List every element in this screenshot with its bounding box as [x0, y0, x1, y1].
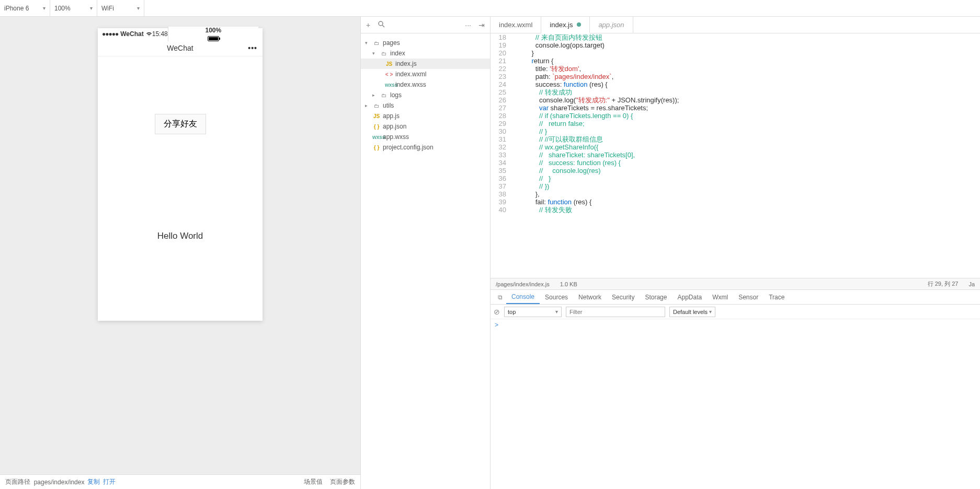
devtab-network[interactable]: Network	[573, 290, 607, 304]
cursor-pos: 行 29, 列 27	[928, 280, 959, 288]
file-tree[interactable]: ▾🗀pages ▾🗀index JSindex.js < >index.wxml…	[361, 33, 491, 489]
file-index-wxss[interactable]: wxssindex.wxss	[361, 79, 490, 90]
svg-point-0	[379, 21, 383, 26]
devtab-sensor[interactable]: Sensor	[733, 290, 764, 304]
wxml-icon: < >	[385, 72, 393, 77]
chevron-down-icon: ▾	[137, 5, 140, 11]
chevron-down-icon: ▾	[43, 5, 45, 11]
tab-index-js[interactable]: index.js	[541, 17, 590, 33]
filter-input[interactable]	[566, 307, 665, 317]
network-select[interactable]: WiFi▾	[97, 0, 144, 16]
battery-label: 100%	[206, 27, 222, 34]
console-toolbar: ⊘ top▾ Default levels ▾	[491, 305, 980, 319]
js-icon: JS	[385, 61, 393, 67]
file-size: 1.0 KB	[560, 281, 577, 287]
tab-app-json[interactable]: app.json	[590, 17, 633, 33]
copy-link[interactable]: 复制	[87, 478, 100, 486]
code-editor[interactable]: 1819202122232425262728293031323334353637…	[491, 33, 980, 489]
hello-text: Hello World	[157, 231, 203, 241]
folder-logs[interactable]: ▸🗀logs	[361, 90, 490, 100]
json-icon: { }	[372, 124, 381, 130]
devtab-console[interactable]: Console	[506, 290, 540, 304]
add-file-icon[interactable]: +	[366, 21, 370, 29]
devtools-panel: ⧉ Console Sources Network Security Stora…	[491, 289, 980, 489]
file-pane-header: + ··· ⇥	[361, 17, 491, 33]
carrier-label: WeChat	[120, 30, 143, 38]
editor-tabs-row: + ··· ⇥ index.wxml index.js app.json	[361, 17, 980, 33]
devtab-appdata[interactable]: AppData	[672, 290, 707, 304]
folder-pages[interactable]: ▾🗀pages	[361, 38, 490, 48]
devtab-security[interactable]: Security	[607, 290, 640, 304]
clear-console-icon[interactable]: ⊘	[494, 308, 500, 316]
page-params-button[interactable]: 页面参数	[330, 478, 355, 486]
editor-tabs: index.wxml index.js app.json	[491, 17, 980, 33]
open-link[interactable]: 打开	[103, 478, 116, 486]
nav-menu-icon[interactable]: •••	[248, 44, 257, 52]
folder-icon: 🗀	[380, 92, 388, 98]
phone-frame: ●●●●● WeChat 15:48 100% WeChat •••	[98, 28, 263, 321]
page-path-label: 页面路径	[5, 478, 30, 486]
file-app-wxss[interactable]: wxssapp.wxss	[361, 132, 490, 142]
file-app-js[interactable]: JSapp.js	[361, 111, 490, 121]
devtab-sources[interactable]: Sources	[540, 290, 573, 304]
nav-title: WeChat	[167, 44, 193, 52]
line-gutter: 1819202122232425262728293031323334353637…	[491, 33, 516, 278]
simulator-toolbar: iPhone 6▾ 100%▾ WiFi▾	[0, 0, 980, 17]
code-lines[interactable]: // 来自页面内转发按钮 console.log(ops.target) } r…	[524, 33, 980, 278]
file-project-config[interactable]: { }project.config.json	[361, 142, 490, 153]
devtab-trace[interactable]: Trace	[764, 290, 790, 304]
scene-button[interactable]: 场景值	[304, 478, 323, 486]
devtab-wxml[interactable]: Wxml	[707, 290, 733, 304]
js-icon: JS	[372, 113, 381, 119]
json-icon: { }	[372, 145, 381, 150]
more-icon[interactable]: ···	[465, 21, 471, 29]
phone-body: 分享好友 Hello World	[98, 56, 263, 321]
collapse-tree-icon[interactable]: ⇥	[478, 21, 485, 29]
phone-nav-bar: WeChat •••	[98, 40, 263, 56]
simulator-footer: 页面路径 pages/index/index 复制 打开 场景值 页面参数	[0, 474, 360, 489]
device-select[interactable]: iPhone 6▾	[0, 0, 50, 16]
context-select[interactable]: top▾	[504, 307, 562, 317]
chevron-down-icon: ▾	[90, 5, 93, 11]
signal-icon: ●●●●●	[102, 30, 118, 38]
console-body[interactable]: >	[491, 319, 980, 489]
tab-index-wxml[interactable]: index.wxml	[491, 17, 541, 33]
lang-label: Ja	[968, 281, 975, 287]
wxss-icon: wxss	[372, 134, 381, 140]
file-path: /pages/index/index.js	[496, 281, 550, 287]
file-app-json[interactable]: { }app.json	[361, 121, 490, 132]
console-prompt: >	[495, 321, 498, 329]
search-icon[interactable]	[378, 20, 385, 29]
folder-icon: 🗀	[372, 40, 381, 46]
folder-icon: 🗀	[372, 103, 381, 109]
page-path-value: pages/index/index	[34, 479, 85, 486]
time-label: 15:48	[152, 30, 168, 38]
wifi-icon	[146, 31, 152, 37]
wxss-icon: wxss	[385, 82, 393, 88]
devtab-storage[interactable]: Storage	[640, 290, 672, 304]
phone-status-bar: ●●●●● WeChat 15:48 100%	[98, 28, 263, 40]
inspect-icon[interactable]: ⧉	[494, 294, 506, 301]
devtools-tabs: ⧉ Console Sources Network Security Stora…	[491, 290, 980, 305]
svg-line-1	[382, 25, 384, 27]
simulator-pane: ●●●●● WeChat 15:48 100% WeChat •••	[0, 17, 360, 489]
file-index-wxml[interactable]: < >index.wxml	[361, 69, 490, 79]
levels-select[interactable]: Default levels ▾	[669, 307, 715, 317]
editor-status-bar: /pages/index/index.js 1.0 KB 行 29, 列 27 …	[491, 278, 980, 289]
folder-index[interactable]: ▾🗀index	[361, 48, 490, 59]
file-index-js[interactable]: JSindex.js	[361, 59, 490, 69]
share-button[interactable]: 分享好友	[155, 114, 206, 134]
modified-dot-icon	[577, 22, 581, 27]
folder-utils[interactable]: ▸🗀utils	[361, 100, 490, 111]
folder-icon: 🗀	[380, 51, 388, 56]
zoom-select[interactable]: 100%▾	[50, 0, 97, 16]
